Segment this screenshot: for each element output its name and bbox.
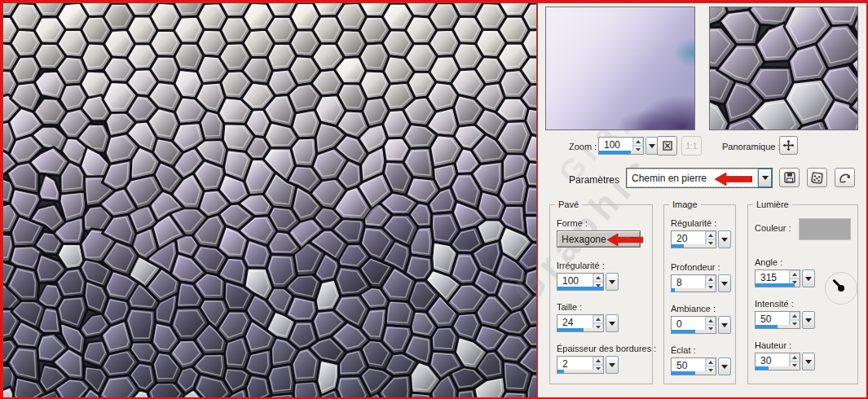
group-pave: Pavé Forme : Hexagone Irrégularité : 100 — [549, 204, 653, 384]
slider-track[interactable] — [557, 287, 603, 290]
slider-track[interactable] — [756, 366, 800, 370]
red-arrow-annotation — [607, 234, 643, 246]
preview-after-pane[interactable] — [709, 7, 858, 130]
angle-label: Angle : — [755, 257, 857, 267]
ambiance-label: Ambiance : — [671, 304, 735, 314]
floppy-disk-icon — [783, 171, 796, 184]
stone-path-effect-dialog: Graphic Graphic Zoom : 100 — [0, 0, 868, 399]
slider-track[interactable] — [672, 371, 716, 375]
zoom-slider-track[interactable] — [599, 151, 643, 154]
hauteur-label: Hauteur : — [755, 340, 857, 350]
slider-dropdown-button[interactable] — [606, 314, 619, 332]
slider-track[interactable] — [557, 328, 603, 331]
eclat-spinner[interactable]: 50 — [671, 357, 735, 375]
params-label: Paramètres — [569, 174, 619, 186]
slider-track[interactable] — [672, 288, 716, 292]
slider-dropdown-button[interactable] — [718, 316, 731, 334]
slider-dropdown-button[interactable] — [718, 230, 731, 248]
save-preset-button[interactable] — [779, 168, 800, 187]
slider-dropdown-button[interactable] — [802, 353, 815, 370]
group-lumiere: Lumière Couleur : Angle : 315 — [747, 204, 858, 384]
reset-arrow-icon — [838, 171, 852, 185]
group-pave-title: Pavé — [555, 200, 582, 209]
spin-up-button[interactable] — [790, 312, 800, 320]
epaisseur-label: Épaisseur des bordures : — [557, 344, 652, 353]
zoom-label: Zoom : — [569, 142, 597, 151]
effect-settings-panel: Graphic Graphic Zoom : 100 — [538, 3, 866, 397]
pan-label: Panoramique : — [722, 142, 781, 151]
forme-combobox[interactable]: Hexagone — [557, 230, 641, 248]
preset-combobox[interactable]: Chemin en pierre — [626, 168, 773, 188]
spin-up-button[interactable] — [706, 358, 716, 366]
slider-dropdown-button[interactable] — [718, 357, 731, 375]
couleur-swatch[interactable] — [799, 218, 851, 240]
spin-up-button[interactable] — [706, 317, 716, 325]
hauteur-spinner[interactable]: 30 — [755, 353, 857, 370]
taille-spinner[interactable]: 24 — [557, 314, 652, 332]
irregularite-spinner[interactable]: 100 — [557, 273, 652, 291]
couleur-label: Couleur : — [755, 223, 791, 233]
actual-size-button: 1:1 — [681, 136, 702, 156]
taille-label: Taille : — [557, 302, 652, 312]
spin-up-button[interactable] — [706, 275, 716, 283]
red-arrow-annotation — [715, 173, 752, 186]
group-lumiere-title: Lumière — [753, 200, 792, 209]
slider-track[interactable] — [672, 330, 716, 333]
intensite-spinner[interactable]: 50 — [755, 311, 857, 329]
spin-up-button[interactable] — [706, 231, 716, 239]
slider-dropdown-button[interactable] — [802, 311, 815, 329]
dice-icon — [810, 171, 824, 185]
slider-track[interactable] — [557, 370, 603, 373]
regularite-label: Régularité : — [671, 218, 735, 228]
spin-up-button[interactable] — [593, 274, 603, 282]
slider-dropdown-button[interactable] — [718, 274, 731, 292]
ambiance-spinner[interactable]: 0 — [671, 316, 735, 334]
slider-dropdown-button[interactable] — [606, 356, 619, 374]
irregularite-label: Irrégularité : — [557, 261, 652, 270]
fit-preview-icon — [661, 139, 674, 152]
slider-track[interactable] — [672, 244, 716, 248]
angle-dial[interactable] — [825, 272, 857, 305]
main-image-canvas — [3, 3, 536, 399]
group-image-title: Image — [669, 200, 701, 209]
forme-value: Hexagone — [562, 234, 606, 245]
eclat-label: Éclat : — [671, 345, 735, 355]
preview-after-canvas — [710, 7, 857, 129]
slider-track[interactable] — [756, 325, 800, 328]
preview-before-pane[interactable] — [545, 7, 695, 130]
slider-dropdown-button[interactable] — [802, 270, 815, 287]
spin-up-button[interactable] — [633, 138, 643, 146]
zoom-spinner[interactable]: 100 — [598, 137, 659, 155]
randomize-button[interactable] — [807, 168, 827, 187]
forme-label: Forme : — [557, 218, 652, 228]
spin-up-button[interactable] — [790, 353, 800, 362]
reset-to-default-button[interactable] — [835, 168, 855, 187]
spin-up-button[interactable] — [790, 270, 800, 278]
spin-up-button[interactable] — [593, 357, 603, 365]
slider-dropdown-button[interactable] — [606, 273, 619, 291]
move-cross-icon — [782, 139, 795, 151]
regularite-spinner[interactable]: 20 — [671, 230, 735, 248]
pan-button[interactable] — [779, 136, 798, 155]
epaisseur-spinner[interactable]: 2 — [557, 356, 652, 374]
spin-up-button[interactable] — [593, 315, 603, 323]
fit-preview-button[interactable] — [657, 136, 677, 156]
profondeur-spinner[interactable]: 8 — [671, 274, 735, 292]
profondeur-label: Profondeur : — [671, 262, 735, 272]
preset-value: Chemin en pierre — [632, 173, 707, 184]
slider-track[interactable] — [756, 283, 800, 287]
preset-dropdown-button[interactable] — [758, 169, 772, 187]
group-image: Image Régularité : 20 Profondeu — [663, 204, 736, 384]
angle-dial-center — [838, 285, 844, 292]
